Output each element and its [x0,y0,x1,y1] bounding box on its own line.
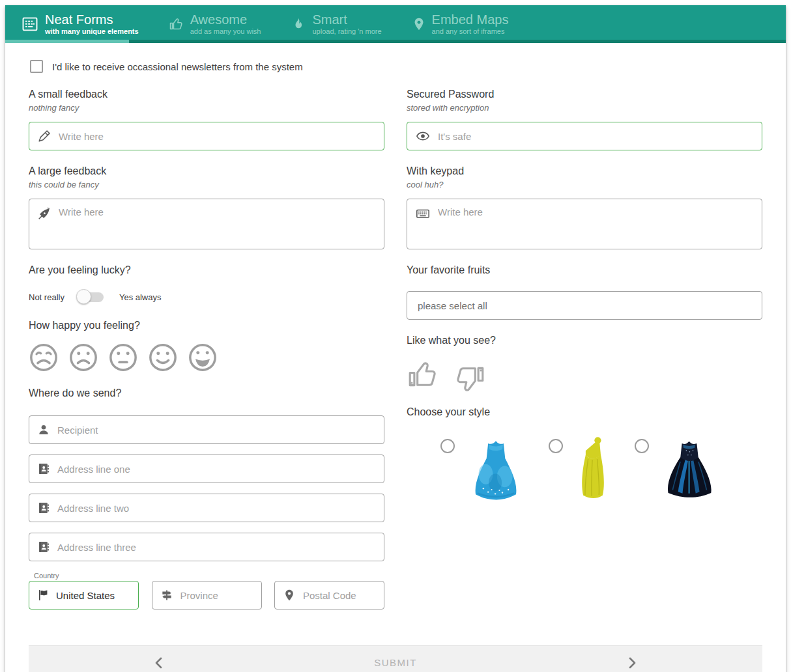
feeling-lucky-field: Are you feeling lucky? Not really Yes al… [29,264,384,305]
address-line-three-inputbox [29,533,384,561]
emoji-very-happy-option[interactable] [188,343,218,372]
small-feedback-input[interactable] [57,130,376,143]
blue-ball-gown-image[interactable] [469,435,523,504]
toggle-off-label: Not really [29,292,65,302]
field-title: A small feedback [29,89,384,100]
with-keypad-field: With keypad cool huh? [407,165,762,249]
favorite-fruits-select[interactable]: please select all [407,291,762,320]
tab-subtitle: add as many you wish [190,28,261,36]
map-pin-icon [412,16,426,32]
small-feedback-field: A small feedback nothing fancy [29,89,384,150]
newsletter-checkbox[interactable] [30,60,43,73]
tab-subtitle: and any sort of iframes [432,28,509,36]
large-feedback-inputbox [29,199,384,249]
field-subtitle: stored with encryption [407,103,762,113]
header-tab-bar: Neat Forms with many unique elements Awe… [5,5,786,43]
emoji-neutral-option[interactable] [108,343,138,372]
address-line-three-input[interactable] [56,541,376,553]
pencil-icon [37,129,51,143]
yellow-cocktail-dress-image[interactable] [577,435,609,503]
postal-code-inputbox [274,581,384,609]
eye-icon [415,129,431,143]
address-line-one-input[interactable] [56,463,376,475]
country-row: United States [29,581,384,609]
style-option-blue-ball-gown[interactable] [440,435,523,504]
field-title: A large feedback [29,165,384,177]
tab-awesome[interactable]: Awesome add as many you wish [169,13,261,36]
happy-rating-field: How happy you feeling? [29,320,384,372]
with-keypad-input[interactable] [437,206,754,218]
postal-code-input[interactable] [302,589,376,602]
newsletter-option: I'd like to receive occassional newslett… [30,60,762,73]
emoji-happy-option[interactable] [148,343,178,372]
neat-forms-window: Neat Forms with many unique elements Awe… [5,5,786,672]
favorite-fruits-field: Your favorite fruits please select all [407,264,762,320]
field-subtitle: nothing fancy [29,103,384,113]
field-title: Like what you see? [407,335,762,346]
left-column: A small feedback nothing fancy A large f… [29,89,384,624]
thumbs-down-button[interactable] [453,362,486,396]
chevron-right-icon [627,657,637,669]
emoji-happy-icon [148,343,178,372]
tab-label: Awesome [190,13,261,27]
form-body: I'd like to receive occassional newslett… [5,43,786,672]
address-line-two-inputbox [29,494,384,522]
signpost-icon [160,589,173,602]
thumbs-row [407,357,762,391]
pen-nib-icon [37,206,51,221]
flag-icon [37,589,50,602]
thumbs-up-icon [407,357,439,391]
toggle-on-label: Yes always [119,292,162,302]
map-pin-icon [283,589,296,602]
right-column: Secured Password stored with encryption … [407,89,762,519]
country-select[interactable]: United States [29,581,139,609]
field-title: Secured Password [407,89,762,100]
small-feedback-inputbox [29,122,384,150]
form-icon [21,15,39,33]
with-keypad-inputbox [407,199,762,249]
chevron-left-icon [154,657,164,669]
person-icon [37,423,50,436]
address-book-icon [37,462,50,475]
lucky-toggle-row: Not really Yes always [29,289,384,305]
field-title: With keypad [407,165,762,177]
tab-embed-maps[interactable]: Embed Maps and any sort of iframes [412,13,509,36]
address-book-icon [37,540,50,553]
emoji-sad-option[interactable] [68,343,98,372]
tab-label: Neat Forms [45,13,139,27]
select-placeholder: please select all [418,300,487,311]
field-title: Choose your style [407,406,762,418]
province-inputbox [152,581,262,609]
address-line-two-input[interactable] [56,502,376,514]
emoji-angry-option[interactable] [29,343,59,372]
switch-thumb[interactable] [76,289,91,304]
large-feedback-field: A large feedback this could be fancy [29,165,384,249]
secured-password-field: Secured Password stored with encryption [407,89,762,150]
address-field: Where do we send? [29,387,384,609]
recipient-input[interactable] [56,424,376,436]
submit-button[interactable]: SUBMIT [374,657,417,668]
field-title: Your favorite fruits [407,264,762,276]
radio-dark-gown[interactable] [635,439,649,453]
dark-blue-ball-gown-image[interactable] [663,435,715,501]
style-option-dark-blue-ball-gown[interactable] [635,435,715,501]
style-option-yellow-cocktail-dress[interactable] [549,435,609,503]
prev-button[interactable] [154,657,164,669]
emoji-very-happy-icon [188,343,218,372]
next-button[interactable] [627,657,637,669]
secured-password-input[interactable] [437,130,754,143]
large-feedback-input[interactable] [57,206,376,218]
thumbs-up-button[interactable] [407,357,439,391]
field-subtitle: cool huh? [407,180,762,189]
province-input[interactable] [179,589,253,602]
style-options-row [407,435,762,504]
active-tab-indicator [5,40,129,43]
lucky-toggle-switch[interactable] [76,289,105,305]
radio-blue-gown[interactable] [440,439,455,453]
address-line-one-inputbox [29,455,384,483]
tab-neat-forms[interactable]: Neat Forms with many unique elements [21,13,139,36]
radio-yellow-dress[interactable] [549,439,563,453]
emoji-rating-row [29,343,384,372]
tab-smart[interactable]: Smart upload, rating 'n more [291,13,381,36]
tab-subtitle: with many unique elements [45,28,139,36]
